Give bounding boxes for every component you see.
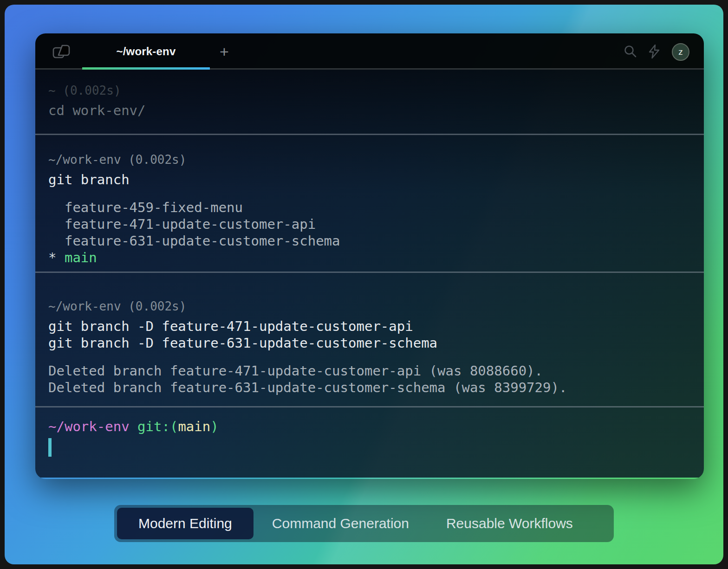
search-button[interactable] <box>622 43 638 60</box>
user-avatar[interactable]: z <box>672 43 689 61</box>
prompt-git-branch: main <box>178 419 210 434</box>
prompt-git-open: git:( <box>130 419 178 434</box>
titlebar: ~/work-env + z <box>35 33 704 70</box>
tab-work-env[interactable]: ~/work-env <box>82 33 210 70</box>
branch-line: feature-459-fixed-menu <box>48 199 691 216</box>
block-header: ~/work-env (0.002s) <box>48 152 691 168</box>
prompt-git-close: ) <box>210 419 218 434</box>
ai-command-button[interactable] <box>646 43 663 60</box>
text-cursor <box>48 438 52 457</box>
current-branch-line: * main <box>48 249 691 266</box>
command-text: git branch <box>48 170 691 189</box>
shell-prompt: ~/work-env git:(main) <box>48 418 691 435</box>
output-line: Deleted branch feature-631-update-custom… <box>48 379 691 396</box>
output-line: Deleted branch feature-471-update-custom… <box>48 362 691 379</box>
prompt-path: ~/work-env <box>48 419 130 434</box>
search-icon <box>623 45 637 58</box>
branch-list: feature-459-fixed-menu feature-471-updat… <box>48 199 691 266</box>
block-header: ~/work-env (0.002s) <box>48 298 691 314</box>
command-text: cd work-env/ <box>48 101 691 120</box>
block-header: ~ (0.002s) <box>48 83 691 98</box>
command-block-delete-branches: ~/work-env (0.002s) git branch -D featur… <box>35 273 704 406</box>
branch-line: feature-471-update-customer-api <box>48 216 691 233</box>
command-block-cd: ~ (0.002s) cd work-env/ <box>35 70 704 134</box>
command-block-git-branch: ~/work-env (0.002s) git branch feature-4… <box>35 135 704 272</box>
tab-modern-editing[interactable]: Modern Editing <box>117 508 254 539</box>
command-text: git branch -D feature-631-update-custome… <box>48 335 691 351</box>
lightning-icon <box>648 44 661 59</box>
tab-reusable-workflows[interactable]: Reusable Workflows <box>428 508 592 539</box>
prompt-input-area[interactable]: ~/work-env git:(main) <box>35 407 704 457</box>
new-tab-button[interactable]: + <box>214 42 234 61</box>
command-group: git branch -D feature-471-update-custome… <box>48 318 691 351</box>
output-group: Deleted branch feature-471-update-custom… <box>48 362 691 396</box>
branch-line: feature-631-update-customer-schema <box>48 233 691 249</box>
tab-title: ~/work-env <box>116 45 176 58</box>
feature-tabs-bar: Modern Editing Command Generation Reusab… <box>114 505 614 542</box>
current-branch-marker: * <box>48 250 65 265</box>
panes-icon <box>52 45 70 58</box>
panes-menu-button[interactable] <box>51 43 72 60</box>
current-branch-name: main <box>65 250 97 265</box>
terminal-window: ~/work-env + z ~ (0.002s) <box>35 33 704 479</box>
tab-command-generation[interactable]: Command Generation <box>254 508 428 539</box>
command-text: git branch -D feature-471-update-custome… <box>48 318 691 335</box>
avatar-initial: z <box>678 47 683 57</box>
terminal-content: ~ (0.002s) cd work-env/ ~/work-env (0.00… <box>35 70 704 478</box>
